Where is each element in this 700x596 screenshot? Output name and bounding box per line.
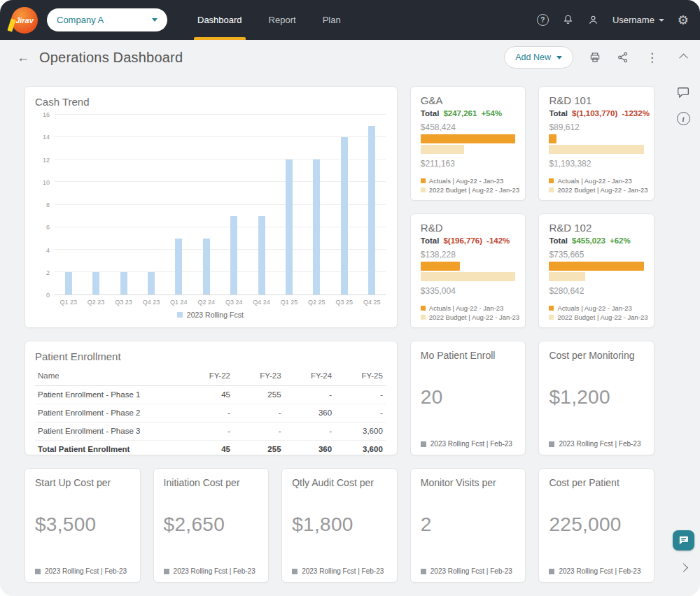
kpi-title: Cost per Patient bbox=[549, 477, 644, 488]
actuals-value-label: $458,424 bbox=[421, 122, 516, 132]
table-header-row: Name FY-22 FY-23 FY-24 FY-25 bbox=[35, 369, 386, 386]
col-header-name: Name bbox=[35, 369, 182, 386]
card-title: Patient Enrollment bbox=[35, 350, 386, 362]
total-label: Total bbox=[421, 109, 440, 118]
card-monitor-visits: Monitor Visits per 2 2023 Rolling Fcst |… bbox=[410, 468, 526, 583]
card-rnd: R&D Total $(196,776) -142% $138,228 $335… bbox=[410, 213, 526, 328]
card-legend: Actuals | Aug-22 - Jan-23 2022 Budget | … bbox=[421, 304, 516, 321]
tab-dashboard[interactable]: Dashboard bbox=[184, 0, 255, 40]
card-patient-enrollment: Patient Enrollment Name FY-22 FY-23 FY-2… bbox=[24, 341, 398, 455]
total-value: $247,261 bbox=[443, 109, 477, 118]
budget-legend-label: 2022 Budget | Aug-22 - Jan-23 bbox=[429, 313, 519, 321]
page-title: Operations Dashboard bbox=[39, 50, 183, 66]
chat-fab-button[interactable] bbox=[673, 530, 694, 551]
notifications-bell-icon[interactable] bbox=[562, 14, 574, 26]
chevron-down-icon bbox=[152, 18, 158, 22]
y-tick-label: 4 bbox=[46, 247, 50, 254]
legend-label: 2023 Rolling Fcst bbox=[187, 311, 244, 319]
gear-icon[interactable]: ⚙ bbox=[678, 14, 689, 27]
cash-trend-bar bbox=[203, 239, 210, 295]
x-tick-label: Q2 25 bbox=[303, 299, 330, 308]
dashboard-grid: Cash Trend 0246810121416 Q1 23Q2 23Q3 23… bbox=[0, 75, 666, 596]
cash-trend-y-axis: 0246810121416 bbox=[35, 115, 55, 295]
budget-value-label: $1,193,382 bbox=[549, 159, 644, 169]
cash-trend-bar bbox=[148, 272, 155, 295]
kpi-value: 225,000 bbox=[549, 513, 644, 536]
card-legend: Actuals | Aug-22 - Jan-23 2022 Budget | … bbox=[549, 177, 644, 194]
patient-enrollment-table: Name FY-22 FY-23 FY-24 FY-25 Patient Enr… bbox=[35, 369, 386, 455]
card-cost-per-patient: Cost per Patient 225,000 2023 Rolling Fc… bbox=[538, 468, 654, 583]
print-icon[interactable] bbox=[589, 51, 601, 64]
add-new-button[interactable]: Add New bbox=[504, 46, 573, 69]
toolbar-actions: Add New bbox=[504, 46, 659, 69]
card-initiation-cost: Initiation Cost per $2,650 2023 Rolling … bbox=[153, 468, 270, 583]
y-tick-label: 2 bbox=[46, 269, 50, 276]
actuals-value-label: $735,665 bbox=[549, 250, 644, 260]
company-selector[interactable]: Company A bbox=[47, 8, 167, 31]
budget-legend-label: 2022 Budget | Aug-22 - Jan-23 bbox=[557, 186, 648, 194]
card-mo-patient-enroll: Mo Patient Enroll 20 2023 Rolling Fcst |… bbox=[410, 341, 526, 455]
cash-trend-bar bbox=[258, 216, 265, 295]
back-arrow-icon[interactable]: ← bbox=[13, 49, 34, 66]
user-icon[interactable] bbox=[587, 14, 599, 26]
tab-report[interactable]: Report bbox=[255, 0, 309, 40]
card-legend: Actuals | Aug-22 - Jan-23 2022 Budget | … bbox=[421, 177, 516, 194]
card-gna: G&A Total $247,261 +54% $458,424 $211,16… bbox=[410, 86, 526, 201]
col-header-fy24: FY-24 bbox=[284, 369, 335, 386]
footer-swatch bbox=[35, 569, 41, 574]
total-value: $455,023 bbox=[572, 236, 606, 245]
table-row: Patient Enrollment - Phase 1 45 255 - - bbox=[35, 386, 386, 404]
budget-swatch bbox=[421, 187, 426, 192]
total-percent: -1232% bbox=[622, 109, 650, 118]
card-title: R&D 101 bbox=[549, 94, 644, 106]
budget-bar bbox=[421, 145, 464, 154]
card-title: G&A bbox=[421, 94, 516, 106]
x-tick-label: Q4 24 bbox=[248, 299, 275, 308]
collapse-toolbar-button[interactable] bbox=[680, 54, 687, 60]
footer-swatch bbox=[292, 569, 298, 574]
card-legend: Actuals | Aug-22 - Jan-23 2022 Budget | … bbox=[549, 304, 644, 321]
y-tick-label: 16 bbox=[43, 111, 50, 118]
right-rail: i bbox=[666, 40, 700, 596]
username-menu[interactable]: Username bbox=[612, 15, 664, 25]
comments-icon[interactable] bbox=[676, 85, 690, 99]
actuals-swatch bbox=[421, 306, 426, 311]
card-title: Cash Trend bbox=[35, 96, 386, 108]
info-icon[interactable]: i bbox=[677, 112, 690, 125]
add-new-label: Add New bbox=[515, 52, 551, 62]
total-percent: -142% bbox=[486, 236, 510, 245]
x-tick-label: Q3 23 bbox=[110, 299, 137, 308]
total-label: Total bbox=[549, 109, 568, 118]
share-icon[interactable] bbox=[617, 51, 629, 64]
total-label: Total bbox=[549, 236, 568, 245]
total-line: Total $(196,776) -142% bbox=[421, 236, 516, 245]
card-rnd-102: R&D 102 Total $455,023 +62% $735,665 $28… bbox=[538, 213, 654, 328]
card-cost-per-monitoring: Cost per Monitoring $1,200 2023 Rolling … bbox=[538, 341, 654, 455]
table-row: Patient Enrollment - Phase 2 - - 360 - bbox=[35, 404, 386, 423]
table-total-row: Total Patient Enrollment 45 255 360 3,60… bbox=[35, 441, 386, 456]
card-rnd-101: R&D 101 Total $(1,103,770) -1232% $89,61… bbox=[538, 86, 654, 201]
kpi-value: $3,500 bbox=[35, 513, 130, 536]
card-start-up-cost: Start Up Cost per $3,500 2023 Rolling Fc… bbox=[24, 468, 141, 583]
company-selector-value: Company A bbox=[57, 15, 104, 25]
actuals-bar bbox=[549, 262, 644, 271]
chevron-right-icon bbox=[679, 563, 688, 572]
total-value: $(1,103,770) bbox=[572, 109, 617, 118]
cash-trend-bar bbox=[92, 272, 99, 295]
actuals-swatch bbox=[421, 178, 426, 183]
budget-swatch bbox=[549, 187, 554, 192]
actuals-bar bbox=[421, 262, 460, 271]
x-tick-label: Q1 24 bbox=[165, 299, 192, 308]
kpi-footer-label: 2023 Rolling Fcst | Feb-23 bbox=[430, 440, 512, 448]
kebab-menu-icon[interactable]: ⋮ bbox=[645, 52, 659, 64]
help-icon[interactable]: ? bbox=[537, 14, 549, 26]
y-tick-label: 12 bbox=[43, 157, 50, 164]
cash-trend-bar bbox=[120, 272, 127, 295]
tab-plan[interactable]: Plan bbox=[309, 0, 354, 40]
x-tick-label: Q1 25 bbox=[275, 299, 302, 308]
footer-swatch bbox=[421, 441, 426, 447]
jirav-logo[interactable]: Jirav bbox=[11, 7, 38, 34]
expand-panel-button[interactable] bbox=[678, 562, 690, 574]
total-value: $(196,776) bbox=[443, 236, 482, 245]
y-tick-label: 8 bbox=[46, 201, 50, 208]
